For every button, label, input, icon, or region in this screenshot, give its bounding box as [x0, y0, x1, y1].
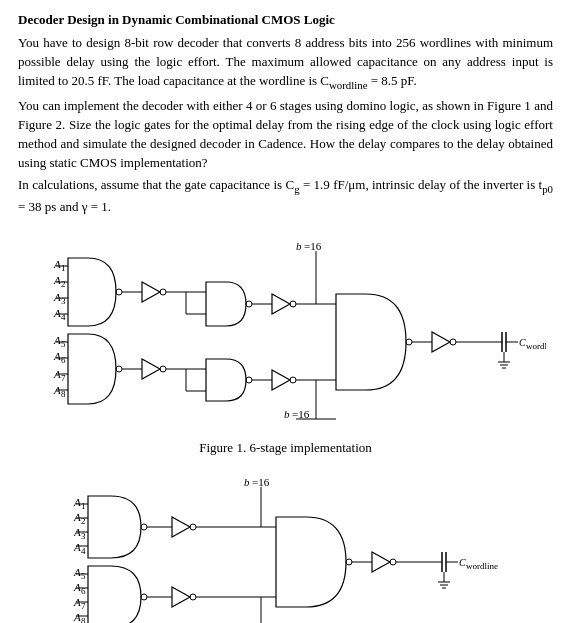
svg-text:b: b [244, 476, 250, 488]
svg-text:C: C [519, 337, 526, 348]
svg-point-45 [246, 377, 252, 383]
figure1-caption: Figure 1. 6-stage implementation [199, 440, 372, 456]
svg-text:A: A [73, 611, 81, 623]
svg-text:b: b [284, 408, 290, 420]
paragraph-1: You have to design 8-bit row decoder tha… [18, 34, 553, 93]
svg-text:A: A [73, 496, 81, 508]
svg-text:A: A [73, 566, 81, 578]
svg-point-116 [346, 559, 352, 565]
svg-text:A: A [53, 334, 61, 346]
figure2-container: A1 A2 A3 A4 A5 A6 A7 A8 b=16 [18, 466, 553, 623]
svg-text:8: 8 [81, 616, 86, 623]
svg-marker-47 [272, 370, 290, 390]
svg-text:b: b [296, 240, 302, 252]
svg-text:4: 4 [81, 546, 86, 556]
figure1-container: A1 A2 A3 A4 A5 A6 A7 A8 [18, 226, 553, 456]
svg-text:wordline: wordline [466, 561, 498, 571]
svg-text:A: A [53, 291, 61, 303]
svg-marker-22 [142, 282, 160, 302]
svg-text:A: A [73, 511, 81, 523]
svg-text:C: C [459, 557, 466, 568]
svg-text:5: 5 [61, 339, 66, 349]
figure1-svg: A1 A2 A3 A4 A5 A6 A7 A8 [26, 226, 546, 436]
paragraph-2: You can implement the decoder with eithe… [18, 97, 553, 172]
svg-point-37 [246, 301, 252, 307]
svg-text:1: 1 [61, 263, 66, 273]
page-title: Decoder Design in Dynamic Combinational … [18, 12, 553, 28]
svg-marker-31 [142, 359, 160, 379]
svg-marker-106 [172, 587, 190, 607]
svg-text:=16: =16 [304, 240, 322, 252]
svg-text:A: A [73, 541, 81, 553]
svg-text:6: 6 [61, 355, 66, 365]
svg-text:wordline: wordline [526, 341, 546, 351]
svg-text:5: 5 [81, 571, 86, 581]
svg-text:2: 2 [61, 279, 66, 289]
svg-text:A: A [53, 258, 61, 270]
svg-marker-97 [172, 517, 190, 537]
svg-text:A: A [53, 350, 61, 362]
svg-point-20 [116, 289, 122, 295]
figure2-svg: A1 A2 A3 A4 A5 A6 A7 A8 b=16 [46, 466, 526, 623]
svg-marker-118 [372, 552, 390, 572]
svg-text:A: A [73, 581, 81, 593]
svg-text:A: A [53, 274, 61, 286]
svg-marker-39 [272, 294, 290, 314]
svg-point-104 [141, 594, 147, 600]
svg-marker-58 [432, 332, 450, 352]
svg-point-95 [141, 524, 147, 530]
svg-text:A: A [53, 307, 61, 319]
svg-text:=16: =16 [292, 408, 310, 420]
svg-text:=16: =16 [252, 476, 270, 488]
svg-point-29 [116, 366, 122, 372]
paragraph-3: In calculations, assume that the gate ca… [18, 176, 553, 216]
svg-point-56 [406, 339, 412, 345]
svg-text:1: 1 [81, 501, 86, 511]
